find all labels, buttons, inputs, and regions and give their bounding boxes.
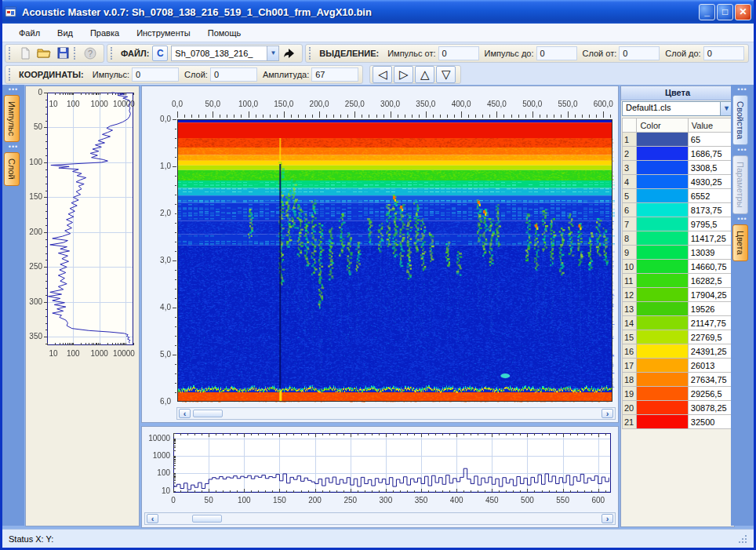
color-swatch[interactable] [637,387,688,401]
maximize-button[interactable]: □ [717,4,733,20]
scroll-thumb[interactable] [192,515,222,523]
color-swatch[interactable] [637,260,688,274]
value-cell[interactable]: 11417,25 [688,231,732,246]
value-cell[interactable]: 16282,5 [688,274,732,288]
layer-to-input[interactable]: 0 [703,46,744,60]
value-cell[interactable]: 24391,25 [688,344,732,359]
tab-colors[interactable]: Цвета [732,224,748,261]
file-combo[interactable]: Sh_0708_138_216_ ▼ [171,46,279,61]
tab-layer-grip[interactable]: ••• [2,144,24,151]
right-tabstrip: •••Свойства•••Параметры•••Цвета [731,85,754,526]
color-swatch[interactable] [637,302,688,316]
color-swatch[interactable] [637,330,688,344]
color-swatch[interactable] [637,231,688,246]
scroll-thumb[interactable] [193,410,223,417]
color-swatch[interactable] [637,415,688,429]
go-button[interactable] [280,46,297,61]
value-cell[interactable]: 65 [688,133,732,147]
minimize-button[interactable]: _ [699,4,715,20]
value-cell[interactable]: 22769,5 [688,330,732,344]
resize-grip[interactable] [738,534,747,544]
color-swatch[interactable] [637,246,688,260]
nav-right-button[interactable]: ▷ [394,66,413,83]
value-cell[interactable]: 3308,5 [688,161,732,175]
menubar: ФайлВидПравкаИнструментыПомощь [2,24,754,42]
scroll-left-button[interactable]: ‹ [179,409,191,418]
value-cell[interactable]: 21147,75 [688,316,732,330]
value-cell[interactable]: 19526 [688,302,732,316]
table-row: 1319526 [623,302,733,316]
color-swatch[interactable] [637,217,688,231]
preset-select[interactable]: Default1.cls ▼ [622,101,733,116]
scroll-left-button[interactable]: ‹ [147,514,158,523]
tab-layer[interactable]: Слой [4,152,20,186]
color-swatch[interactable] [637,189,688,203]
tab-parameters-grip[interactable]: ••• [731,148,754,154]
echogram-hscrollbar[interactable]: ‹ › [176,407,616,420]
tab-properties[interactable]: Свойства [732,95,748,145]
color-swatch[interactable] [637,147,688,161]
nav-left-button[interactable]: ◁ [373,66,392,83]
menu-item-0[interactable]: Файл [10,26,49,40]
echogram-canvas[interactable] [142,86,616,406]
combo-dropdown-button[interactable]: ▼ [267,46,278,60]
amplitude-hscrollbar[interactable]: ‹ › [144,512,616,525]
color-swatch[interactable] [637,316,688,330]
color-swatch[interactable] [637,161,688,175]
amplitude-input[interactable]: 67 [311,67,358,82]
open-file-button[interactable] [35,46,53,61]
nav-up-button[interactable]: △ [415,66,434,83]
value-cell[interactable]: 26013 [688,359,732,373]
value-cell[interactable]: 4930,25 [688,175,732,189]
value-cell[interactable]: 8173,75 [688,203,732,217]
color-swatch[interactable] [637,274,688,288]
menu-item-4[interactable]: Помощь [199,26,250,40]
color-swatch[interactable] [637,288,688,302]
value-cell[interactable]: 9795,5 [688,217,732,231]
layer-from-input[interactable]: 0 [619,46,660,60]
toolbar-file: ФАЙЛ: C Sh_0708_138_216_ ▼ [107,44,303,63]
tab-colors-grip[interactable]: ••• [731,217,754,223]
help-button[interactable]: ? [82,46,99,61]
toolbar-grip[interactable] [111,47,114,60]
refresh-button[interactable]: C [152,46,168,61]
color-swatch[interactable] [637,133,688,147]
layer-input[interactable]: 0 [210,67,257,82]
value-cell[interactable]: 29256,5 [688,387,732,401]
menu-item-2[interactable]: Правка [82,26,128,40]
menu-item-1[interactable]: Вид [49,26,82,40]
color-swatch[interactable] [637,373,688,387]
value-cell[interactable]: 17904,25 [688,288,732,302]
color-swatch[interactable] [637,175,688,189]
color-swatch[interactable] [637,359,688,373]
titlebar[interactable]: Acoustic Master v.0.7: Sh_0708_138_216_5… [0,0,756,24]
save-file-button[interactable] [54,46,71,61]
color-swatch[interactable] [637,344,688,359]
scroll-right-button[interactable]: › [602,409,613,418]
tab-impulse-grip[interactable]: ••• [2,87,24,93]
new-file-button[interactable] [16,46,34,61]
value-cell[interactable]: 13039 [688,246,732,260]
value-cell[interactable]: 32500 [688,415,732,429]
value-cell[interactable]: 1686,75 [688,147,732,161]
scroll-right-button[interactable]: › [602,514,613,523]
table-row: 1624391,25 [623,344,733,359]
value-cell[interactable]: 27634,75 [688,373,732,387]
nav-down-button[interactable]: ▽ [436,66,456,83]
row-index: 2 [623,147,637,161]
color-swatch[interactable] [637,401,688,415]
value-cell[interactable]: 14660,75 [688,260,732,274]
tab-impulse[interactable]: Импульс [4,95,20,142]
impulse-from-input[interactable]: 0 [438,46,479,60]
toolbar-grip[interactable] [9,47,13,60]
tab-properties-grip[interactable]: ••• [731,87,754,93]
toolbar-grip[interactable] [309,47,313,60]
value-cell[interactable]: 6552 [688,189,732,203]
impulse-input[interactable]: 0 [132,67,179,82]
menu-item-3[interactable]: Инструменты [128,26,199,40]
toolbar-grip[interactable] [9,68,13,81]
close-button[interactable]: ✕ [735,4,751,20]
color-swatch[interactable] [637,203,688,217]
impulse-to-input[interactable]: 0 [536,46,577,60]
value-cell[interactable]: 30878,25 [688,401,732,415]
